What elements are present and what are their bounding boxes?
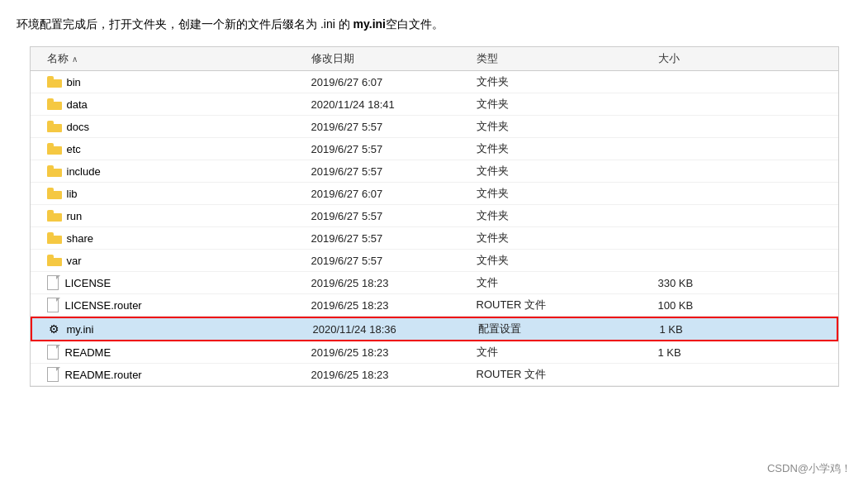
col-type-header: 类型 bbox=[477, 51, 658, 66]
cell-date: 2019/6/27 5:57 bbox=[311, 121, 477, 133]
cell-date: 2019/6/27 5:57 bbox=[311, 255, 477, 267]
cell-date: 2019/6/27 5:57 bbox=[311, 143, 477, 155]
cell-type: 文件夹 bbox=[477, 119, 658, 134]
cell-type: 文件 bbox=[477, 275, 658, 290]
table-row[interactable]: docs 2019/6/27 5:57 文件夹 bbox=[31, 116, 838, 138]
folder-icon bbox=[47, 143, 62, 155]
cell-date: 2019/6/25 18:23 bbox=[311, 277, 477, 289]
file-name: README bbox=[65, 346, 111, 359]
col-date-label: 修改日期 bbox=[311, 52, 354, 64]
cell-name: data bbox=[31, 98, 311, 111]
cell-type: 文件夹 bbox=[477, 231, 658, 246]
cell-size: 100 KB bbox=[658, 299, 757, 312]
col-date-header: 修改日期 bbox=[311, 51, 477, 66]
folder-icon bbox=[47, 210, 62, 222]
col-type-label: 类型 bbox=[477, 52, 498, 64]
cell-name: docs bbox=[31, 121, 311, 133]
intro-paragraph: 环境配置完成后，打开文件夹，创建一个新的文件后缀名为 .ini 的 my.ini… bbox=[17, 15, 851, 33]
cell-type: 文件夹 bbox=[477, 253, 658, 268]
table-row[interactable]: LICENSE.router 2019/6/25 18:23 ROUTER 文件… bbox=[31, 294, 838, 317]
folder-icon bbox=[47, 188, 62, 199]
sort-arrow-icon: ∧ bbox=[72, 55, 78, 64]
cell-name: share bbox=[31, 232, 311, 245]
cell-type: 文件夹 bbox=[477, 141, 658, 156]
file-list: bin 2019/6/27 6:07 文件夹 data 2020/11/24 1… bbox=[31, 71, 838, 386]
folder-icon bbox=[47, 255, 62, 266]
file-name: var bbox=[67, 255, 82, 267]
cell-date: 2019/6/27 6:07 bbox=[311, 76, 477, 88]
col-size-label: 大小 bbox=[658, 52, 680, 64]
cell-type: 文件夹 bbox=[477, 164, 658, 179]
cell-name: LICENSE.router bbox=[31, 298, 311, 312]
cell-date: 2019/6/27 5:57 bbox=[311, 165, 477, 178]
cell-date: 2019/6/27 5:57 bbox=[311, 232, 477, 245]
config-icon: ⚙ bbox=[47, 322, 62, 336]
file-icon bbox=[47, 345, 60, 360]
cell-name: ⚙ my.ini bbox=[32, 322, 313, 336]
file-icon bbox=[47, 298, 60, 312]
intro-text-before: 环境配置完成后，打开文件夹，创建一个新的文件后缀名为 .ini 的 bbox=[17, 17, 353, 31]
cell-type: 文件夹 bbox=[477, 208, 658, 223]
folder-icon bbox=[47, 121, 62, 132]
col-name-header: 名称 ∧ bbox=[31, 51, 311, 66]
table-row[interactable]: var 2019/6/27 5:57 文件夹 bbox=[31, 250, 838, 272]
table-row[interactable]: include 2019/6/27 5:57 文件夹 bbox=[31, 160, 838, 183]
table-row[interactable]: README 2019/6/25 18:23 文件 1 KB bbox=[31, 341, 838, 364]
cell-date: 2019/6/25 18:23 bbox=[311, 369, 477, 381]
table-row[interactable]: etc 2019/6/27 5:57 文件夹 bbox=[31, 138, 838, 160]
file-name: etc bbox=[67, 143, 81, 155]
file-icon bbox=[47, 275, 60, 290]
cell-type: ROUTER 文件 bbox=[477, 298, 658, 312]
intro-filename: my.ini bbox=[353, 17, 386, 31]
file-name: my.ini bbox=[67, 323, 94, 336]
watermark: CSDN@小学鸡！ bbox=[767, 461, 851, 476]
cell-type: 文件夹 bbox=[477, 186, 658, 201]
table-row[interactable]: ⚙ my.ini 2020/11/24 18:36 配置设置 1 KB bbox=[31, 317, 838, 341]
cell-size: 330 KB bbox=[658, 277, 757, 289]
cell-name: run bbox=[31, 210, 311, 222]
file-name: data bbox=[67, 98, 88, 111]
cell-size: 1 KB bbox=[658, 346, 757, 359]
file-explorer: 名称 ∧ 修改日期 类型 大小 bin 2019/6/27 6:07 文件夹 d… bbox=[30, 46, 839, 387]
cell-name: lib bbox=[31, 188, 311, 200]
folder-icon bbox=[47, 165, 62, 177]
col-name-label: 名称 bbox=[47, 51, 69, 66]
table-row[interactable]: bin 2019/6/27 6:07 文件夹 bbox=[31, 71, 838, 93]
cell-type: 文件 bbox=[477, 345, 658, 360]
file-name: LICENSE bbox=[65, 277, 111, 289]
table-row[interactable]: README.router 2019/6/25 18:23 ROUTER 文件 bbox=[31, 364, 838, 386]
folder-icon bbox=[47, 98, 62, 110]
cell-date: 2020/11/24 18:41 bbox=[311, 98, 477, 111]
file-name: README.router bbox=[65, 369, 142, 381]
cell-name: README bbox=[31, 345, 311, 360]
cell-date: 2019/6/27 6:07 bbox=[311, 188, 477, 200]
file-name: include bbox=[67, 165, 101, 178]
cell-name: include bbox=[31, 165, 311, 178]
folder-icon bbox=[47, 76, 62, 88]
cell-date: 2019/6/27 5:57 bbox=[311, 210, 477, 222]
intro-text-after: 空白文件。 bbox=[386, 17, 443, 31]
table-row[interactable]: lib 2019/6/27 6:07 文件夹 bbox=[31, 183, 838, 205]
table-row[interactable]: LICENSE 2019/6/25 18:23 文件 330 KB bbox=[31, 272, 838, 294]
cell-type: 配置设置 bbox=[478, 322, 660, 336]
table-row[interactable]: data 2020/11/24 18:41 文件夹 bbox=[31, 93, 838, 116]
cell-date: 2019/6/25 18:23 bbox=[311, 299, 477, 312]
column-header: 名称 ∧ 修改日期 类型 大小 bbox=[31, 47, 838, 71]
file-name: docs bbox=[67, 121, 89, 133]
cell-type: 文件夹 bbox=[477, 97, 658, 112]
col-size-header: 大小 bbox=[658, 51, 757, 66]
table-row[interactable]: share 2019/6/27 5:57 文件夹 bbox=[31, 227, 838, 250]
cell-name: bin bbox=[31, 76, 311, 88]
file-icon bbox=[47, 367, 60, 382]
table-row[interactable]: run 2019/6/27 5:57 文件夹 bbox=[31, 205, 838, 227]
cell-name: LICENSE bbox=[31, 275, 311, 290]
cell-name: var bbox=[31, 255, 311, 267]
cell-type: 文件夹 bbox=[477, 74, 658, 89]
file-name: share bbox=[67, 232, 94, 245]
cell-date: 2020/11/24 18:36 bbox=[313, 323, 478, 336]
cell-name: README.router bbox=[31, 367, 311, 382]
cell-date: 2019/6/25 18:23 bbox=[311, 346, 477, 359]
cell-name: etc bbox=[31, 143, 311, 155]
file-name: LICENSE.router bbox=[65, 299, 142, 312]
file-name: bin bbox=[67, 76, 81, 88]
